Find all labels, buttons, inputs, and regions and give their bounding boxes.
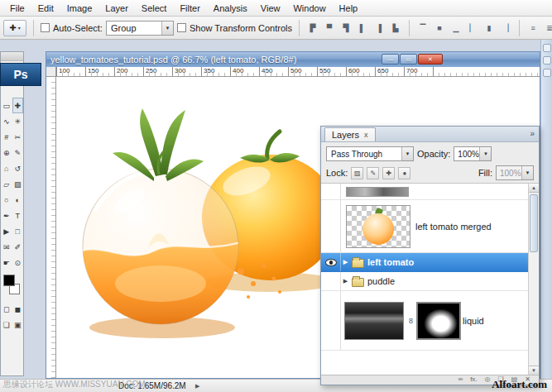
close-button[interactable]: ✕ (418, 54, 443, 65)
distribute-bottom-edges-icon[interactable]: ▁ (449, 21, 463, 36)
expand-group-icon[interactable]: ▶ (341, 259, 350, 265)
lock-transparent-pixels-icon[interactable]: ▨ (351, 167, 363, 179)
align-top-edges-icon[interactable]: ▛ (306, 21, 319, 36)
screen-mode-full-icon[interactable]: ▣ (12, 317, 24, 332)
slice-tool[interactable]: ✂ (12, 129, 24, 145)
magic-wand-tool[interactable]: ✳ (12, 113, 24, 129)
type-tool[interactable]: T (12, 208, 24, 223)
visibility-toggle[interactable] (321, 184, 341, 199)
hand-tool[interactable]: ☛ (1, 255, 12, 270)
menu-help[interactable]: Help (333, 2, 365, 15)
layer-row-puddle[interactable]: ▶ puddle (321, 272, 528, 291)
distribute-vertical-centers-icon[interactable]: ■ (433, 21, 446, 36)
blur-tool[interactable]: ○ (1, 192, 12, 208)
layer-row-liquid[interactable]: 8 liquid (321, 291, 528, 351)
menu-layer[interactable]: Layer (98, 2, 135, 15)
shape-tool[interactable]: □ (12, 223, 24, 239)
layer-name[interactable]: left tomato merged (415, 222, 492, 232)
tab-layers[interactable]: Layers x (324, 127, 376, 141)
dock-panel-icon[interactable] (543, 56, 551, 65)
distribute-right-edges-icon[interactable]: ▕ (499, 21, 512, 36)
scroll-up-icon[interactable]: ▲ (529, 184, 539, 193)
distribute-left-edges-icon[interactable]: ▏ (466, 21, 479, 36)
menu-select[interactable]: Select (135, 2, 174, 15)
visibility-toggle[interactable] (321, 200, 341, 252)
align-horizontal-centers-icon[interactable]: ▐ (372, 21, 386, 36)
expand-group-icon[interactable]: ▶ (341, 278, 350, 284)
layer-thumbnail[interactable] (346, 187, 409, 197)
layer-mask-thumbnail[interactable] (416, 302, 461, 340)
menu-file[interactable]: File (3, 2, 31, 15)
layer-row-left-tomato[interactable]: ▶ left tomato (321, 253, 528, 272)
mask-link-icon[interactable]: 8 (409, 317, 413, 325)
restore-button[interactable]: ▭ (400, 54, 417, 65)
fill-input[interactable]: 100% ▼ (496, 165, 534, 180)
auto-select-dropdown[interactable]: Group ▼ (106, 21, 174, 36)
palette-grip[interactable] (1, 52, 23, 61)
dodge-tool[interactable]: ◐ (12, 192, 24, 208)
show-transform-checkbox[interactable] (177, 23, 186, 32)
lock-all-icon[interactable]: ● (398, 167, 410, 179)
brush-tool[interactable]: ✎ (12, 145, 24, 160)
opacity-input[interactable]: 100% ▼ (454, 146, 492, 161)
layer-thumbnail[interactable] (346, 205, 410, 248)
distribute-spacing-v-icon[interactable]: ≣ (543, 21, 552, 36)
menu-window[interactable]: Window (286, 2, 332, 15)
distribute-horizontal-centers-icon[interactable]: ▮ (482, 21, 496, 36)
layers-panel-header[interactable]: Layers x » (321, 127, 539, 142)
foreground-color-swatch[interactable] (3, 275, 15, 286)
gradient-tool[interactable]: ▨ (12, 176, 24, 192)
menu-image[interactable]: Image (60, 2, 99, 15)
align-left-edges-icon[interactable]: ▌ (356, 21, 369, 36)
layer-name[interactable]: liquid (463, 316, 484, 326)
healing-brush-tool[interactable]: ⊕ (1, 145, 12, 160)
add-mask-icon[interactable]: ◎ (485, 375, 491, 383)
move-tool-preset-button[interactable]: ✚ ▾ (3, 20, 26, 36)
link-layers-icon[interactable]: ∞ (458, 375, 463, 383)
menu-edit[interactable]: Edit (31, 2, 60, 15)
history-brush-tool[interactable]: ↺ (12, 160, 24, 176)
lock-position-icon[interactable]: ✚ (382, 167, 395, 179)
menu-view[interactable]: View (254, 2, 287, 15)
layer-row-merged[interactable]: left tomato merged (321, 200, 528, 253)
scroll-down-icon[interactable]: ▼ (529, 366, 539, 375)
status-arrow-icon[interactable]: ▶ (195, 383, 199, 390)
rectangular-marquee-tool[interactable]: ▭ (1, 98, 12, 113)
move-tool[interactable]: ✚ (12, 98, 24, 113)
layer-style-icon[interactable]: fx. (470, 375, 477, 383)
collapse-panel-icon[interactable]: » (530, 129, 535, 138)
layer-name[interactable]: puddle (367, 276, 395, 286)
layer-row-partial[interactable] (321, 184, 528, 200)
blend-mode-dropdown[interactable]: Pass Through ▼ (326, 146, 414, 161)
minimize-button[interactable]: — (382, 54, 399, 65)
close-icon[interactable]: x (364, 131, 368, 139)
crop-tool[interactable]: # (1, 129, 12, 145)
dock-panel-icon[interactable] (543, 69, 551, 77)
align-vertical-centers-icon[interactable]: ▀ (323, 21, 336, 36)
pen-tool[interactable]: ✒ (1, 208, 12, 223)
screen-mode-standard-icon[interactable]: ❏ (1, 317, 12, 332)
lock-image-pixels-icon[interactable]: ✎ (367, 167, 379, 179)
eraser-tool[interactable]: ▱ (1, 176, 12, 192)
clone-stamp-tool[interactable]: ⌂ (1, 160, 12, 176)
layer-thumbnail[interactable] (344, 302, 404, 340)
quick-mask-off-icon[interactable]: ◻ (1, 301, 12, 317)
menu-filter[interactable]: Filter (173, 2, 206, 15)
visibility-toggle[interactable] (321, 291, 341, 350)
distribute-top-edges-icon[interactable]: ▔ (416, 21, 430, 36)
zoom-tool[interactable]: ⊙ (12, 255, 24, 270)
auto-select-checkbox[interactable] (41, 23, 50, 32)
visibility-toggle[interactable] (321, 272, 341, 290)
auto-align-icon[interactable]: ≡ (526, 21, 540, 36)
eyedropper-tool[interactable]: ✐ (12, 239, 24, 255)
path-selection-tool[interactable]: ▶ (1, 223, 12, 239)
menu-analysis[interactable]: Analysis (207, 2, 254, 15)
visibility-toggle[interactable] (321, 253, 341, 271)
layers-scrollbar[interactable]: ▲ ▼ (528, 184, 539, 375)
notes-tool[interactable]: ✉ (1, 239, 12, 255)
document-title-bar[interactable]: yellow_tomatoes_tutorial.psd @ 66.7% (le… (46, 52, 540, 67)
layer-name[interactable]: left tomato (367, 257, 414, 267)
align-bottom-edges-icon[interactable]: ▜ (339, 21, 353, 36)
quick-mask-on-icon[interactable]: ◼ (12, 301, 24, 317)
align-right-edges-icon[interactable]: ▙ (389, 21, 402, 36)
